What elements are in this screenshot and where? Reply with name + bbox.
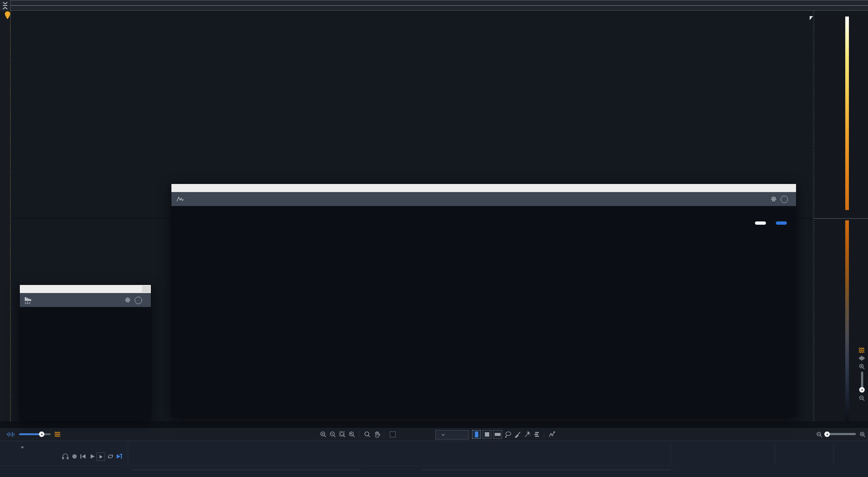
- transport-panel: [0, 441, 868, 477]
- overview-waveform-right[interactable]: [10, 6, 868, 11]
- blend-slider-knob[interactable]: [39, 431, 44, 437]
- spectrogram-blend-icon[interactable]: [54, 431, 62, 438]
- close-icon[interactable]: [142, 286, 150, 292]
- h-zoom-in-icon[interactable]: [859, 431, 866, 438]
- amplitude-ruler-ticks-r: [813, 218, 814, 421]
- zoom-reset-icon[interactable]: [348, 430, 356, 438]
- zoom-in-icon[interactable]: [319, 430, 327, 438]
- collapse-overview-icon[interactable]: [1, 0, 9, 10]
- amplitude-ruler-ticks-l: [813, 11, 814, 218]
- waveform-statistics-window: [19, 285, 151, 420]
- statistics-icon: [24, 296, 34, 305]
- help-icon[interactable]: [781, 196, 788, 203]
- vertical-zoom-slider-knob[interactable]: [859, 387, 865, 393]
- h-zoom-slider-knob[interactable]: [824, 431, 830, 437]
- zoom-out-icon[interactable]: [329, 430, 337, 438]
- gear-icon[interactable]: [770, 196, 777, 202]
- loop-button[interactable]: [106, 453, 115, 460]
- record-button[interactable]: [72, 454, 77, 459]
- vertical-zoom-in-icon[interactable]: [858, 363, 865, 370]
- fps-dropdown-arrow-icon[interactable]: [21, 447, 24, 449]
- spectrum-analyzer-titlebar[interactable]: [171, 184, 796, 192]
- zoom-selection-icon[interactable]: [338, 430, 346, 438]
- magic-wand-tool-icon[interactable]: [523, 430, 531, 438]
- attenuate-dropdown[interactable]: [435, 430, 469, 440]
- help-icon[interactable]: [135, 297, 142, 304]
- spectrum-analyzer-window: [171, 184, 796, 416]
- blend-slider-track[interactable]: [19, 433, 51, 435]
- go-to-start-button[interactable]: [79, 453, 87, 460]
- play-button[interactable]: [89, 453, 96, 460]
- playhead-line[interactable]: [10, 11, 11, 421]
- waveform-view-icon[interactable]: [859, 355, 865, 361]
- waveform-statistics-titlebar[interactable]: [20, 285, 151, 293]
- chevron-down-icon: [442, 434, 445, 436]
- waveform-blend-icon[interactable]: [6, 431, 15, 438]
- time-selection-tool[interactable]: [472, 430, 481, 439]
- colorbar-bottom[interactable]: [845, 220, 849, 421]
- channel-gutter: [0, 11, 10, 421]
- overview-strip: [0, 0, 868, 11]
- magnify-tool-icon[interactable]: [363, 430, 371, 438]
- play-selection-button[interactable]: [97, 452, 105, 461]
- overview-waveform-left[interactable]: [10, 0, 868, 6]
- scroll-arrow-icon[interactable]: [810, 16, 813, 20]
- spectrum-analyzer-toolbar: [171, 192, 796, 206]
- instant-process-checkbox[interactable]: [390, 431, 396, 437]
- playhead-pin-icon[interactable]: [4, 11, 11, 20]
- play-to-end-button[interactable]: [115, 453, 123, 460]
- spectrogram-view-icon[interactable]: [858, 347, 865, 353]
- lasso-tool-icon[interactable]: [504, 430, 512, 438]
- monitor-icon[interactable]: [61, 453, 69, 460]
- h-zoom-out-icon[interactable]: [816, 431, 823, 438]
- harmonic-selection-tool-icon[interactable]: [533, 430, 541, 438]
- hand-tool-icon[interactable]: [373, 430, 381, 438]
- spectrum-icon: [176, 195, 185, 203]
- draw-curve-tool-icon[interactable]: [548, 430, 556, 438]
- colorbar-top[interactable]: [845, 17, 849, 210]
- waveform-statistics-toolbar: [20, 293, 151, 307]
- spectrum-analyzer-content: [171, 206, 796, 416]
- rx-editor-window: [0, 0, 868, 477]
- waveform-statistics-content: [20, 307, 151, 420]
- timeline-ruler[interactable]: [0, 421, 868, 429]
- ruler-channel-divider: [813, 218, 868, 219]
- gear-icon[interactable]: [124, 297, 131, 303]
- spectrum-plot[interactable]: [171, 206, 796, 416]
- vertical-zoom-out-icon[interactable]: [858, 394, 865, 402]
- brush-tool-icon[interactable]: [514, 430, 522, 438]
- frequency-selection-tool[interactable]: [493, 430, 502, 439]
- time-frequency-selection-tool[interactable]: [483, 430, 491, 439]
- main-toolbar: [0, 429, 868, 441]
